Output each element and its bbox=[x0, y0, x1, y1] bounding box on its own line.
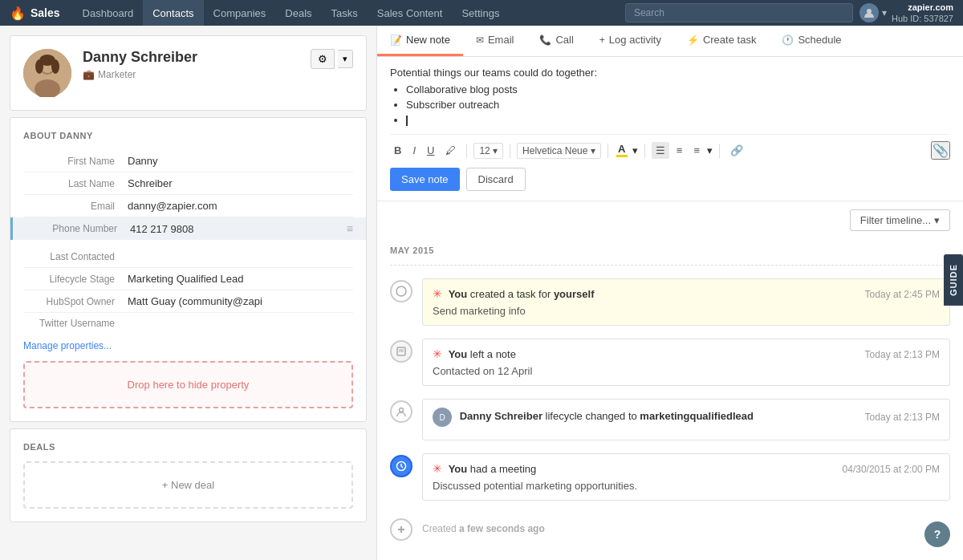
lifecycle-actor: D Danny Schreiber lifecycle changed to m… bbox=[433, 408, 754, 427]
font-family-control[interactable]: Helvetica Neue ▾ bbox=[517, 143, 601, 159]
attachment-button[interactable]: 📎 bbox=[931, 141, 950, 160]
note-content: ✳ You left a note Today at 2:13 PM Conta… bbox=[422, 339, 950, 386]
prop-value-firstname: Danny bbox=[128, 155, 353, 167]
nav-item-dashboard[interactable]: Dashboard bbox=[73, 0, 144, 26]
svg-point-7 bbox=[51, 59, 59, 74]
deals-title: DEALS bbox=[23, 442, 353, 452]
meeting-body: Discussed potential marketing opportunit… bbox=[433, 480, 940, 492]
prop-row-lifecycle: Lifecycle Stage Marketing Qualified Lead bbox=[23, 268, 353, 290]
note-content-area[interactable]: Potential things our teams could do toge… bbox=[390, 67, 950, 126]
prop-value-phone: 412 217 9808 bbox=[130, 223, 347, 235]
tab-call[interactable]: 📞 Call bbox=[526, 26, 586, 56]
highlight-button[interactable]: 🖊 bbox=[441, 142, 460, 159]
prop-label-lastcontacted: Last Contacted bbox=[23, 251, 128, 262]
color-letter: A bbox=[618, 144, 625, 154]
timeline-month-label: MAY 2015 bbox=[390, 239, 950, 266]
task-star-icon: ✳ bbox=[433, 287, 442, 300]
note-timeline-icon bbox=[390, 340, 412, 363]
nav-item-sales-content[interactable]: Sales Content bbox=[368, 0, 453, 26]
log-activity-icon: + bbox=[599, 34, 605, 46]
phone-menu-icon[interactable]: ≡ bbox=[347, 222, 353, 235]
meeting-card: ✳ You had a meeting 04/30/2015 at 2:00 P… bbox=[422, 453, 950, 501]
meeting-icon bbox=[390, 455, 412, 477]
bullet-3 bbox=[406, 114, 950, 126]
dropdown-button[interactable]: ▾ bbox=[338, 50, 353, 68]
contact-actions: ⚙ ▾ bbox=[311, 49, 353, 69]
nav-item-companies[interactable]: Companies bbox=[204, 0, 276, 26]
font-size-control[interactable]: 12 ▾ bbox=[473, 143, 503, 159]
contact-info: Danny Schreiber 💼 Marketer bbox=[83, 49, 311, 80]
tab-schedule[interactable]: 🕐 Schedule bbox=[769, 26, 854, 56]
color-bar bbox=[616, 155, 628, 157]
list-unordered-button[interactable]: ☰ bbox=[652, 142, 669, 159]
separator-2 bbox=[510, 144, 510, 158]
gear-button[interactable]: ⚙ bbox=[311, 49, 335, 69]
align-button[interactable]: ≡ bbox=[689, 142, 704, 159]
help-button[interactable]: ? bbox=[924, 521, 950, 547]
svg-point-12 bbox=[400, 408, 404, 412]
prop-label-lastname: Last Name bbox=[23, 178, 128, 189]
list-ordered-button[interactable]: ≡ bbox=[672, 142, 687, 159]
prop-value-lastname: Schreiber bbox=[128, 177, 353, 189]
user-company: zapier.com bbox=[892, 2, 953, 13]
editor-toolbar: B I U 🖊 12 ▾ Helvetica Neue ▾ A ▾ ☰ ≡ ≡ … bbox=[390, 134, 950, 160]
contact-mini-avatar: D bbox=[433, 408, 452, 427]
note-star-icon: ✳ bbox=[433, 347, 442, 360]
nav-search-container bbox=[625, 3, 853, 22]
create-task-icon: ⚡ bbox=[687, 34, 699, 46]
tab-create-task[interactable]: ⚡ Create task bbox=[674, 26, 769, 56]
nav-item-settings[interactable]: Settings bbox=[452, 0, 509, 26]
prop-label-lifecycle: Lifecycle Stage bbox=[23, 274, 128, 285]
task-icon bbox=[390, 280, 412, 302]
task-header: ✳ You created a task for yourself Today … bbox=[433, 287, 940, 300]
tab-email[interactable]: ✉ Email bbox=[463, 26, 527, 56]
color-button[interactable]: A bbox=[615, 142, 629, 159]
manage-properties-link[interactable]: Manage properties... bbox=[23, 334, 353, 355]
meeting-header: ✳ You had a meeting 04/30/2015 at 2:00 P… bbox=[433, 462, 940, 475]
tab-log-activity[interactable]: + Log activity bbox=[587, 26, 674, 56]
prop-row-owner: HubSpot Owner Matt Guay (community@zapi bbox=[23, 290, 353, 313]
note-intro: Potential things our teams could do toge… bbox=[390, 67, 950, 79]
nav-items: Dashboard Contacts Companies Deals Tasks… bbox=[73, 0, 625, 26]
lifecycle-time: Today at 2:13 PM bbox=[865, 412, 940, 423]
italic-button[interactable]: I bbox=[408, 142, 420, 159]
note-body: Contacted on 12 April bbox=[433, 365, 940, 377]
prop-row-email: Email danny@zapier.com bbox=[23, 195, 353, 217]
prop-label-owner: HubSpot Owner bbox=[23, 296, 128, 307]
filter-timeline-button[interactable]: Filter timeline... ▾ bbox=[850, 209, 950, 231]
contact-role: 💼 Marketer bbox=[83, 69, 311, 80]
lifecycle-card: D Danny Schreiber lifecycle changed to m… bbox=[422, 399, 950, 440]
meeting-actor: ✳ You had a meeting bbox=[433, 462, 536, 475]
user-avatar-icon bbox=[859, 3, 879, 22]
prop-value-lifecycle: Marketing Qualified Lead bbox=[128, 273, 353, 285]
top-nav: 🔥 Sales Dashboard Contacts Companies Dea… bbox=[0, 0, 963, 26]
task-body: Send marketing info bbox=[433, 305, 940, 317]
separator-4 bbox=[644, 144, 645, 158]
tab-new-note[interactable]: 📝 New note bbox=[377, 26, 463, 56]
svg-point-8 bbox=[396, 286, 406, 296]
guide-tab[interactable]: GUIDE bbox=[944, 254, 963, 306]
search-input[interactable] bbox=[625, 3, 853, 22]
task-card: ✳ You created a task for yourself Today … bbox=[422, 278, 950, 326]
right-panel: 📝 New note ✉ Email 📞 Call + Log activity… bbox=[377, 26, 963, 560]
nav-item-contacts[interactable]: Contacts bbox=[143, 0, 203, 26]
discard-button[interactable]: Discard bbox=[466, 168, 526, 191]
nav-item-tasks[interactable]: Tasks bbox=[322, 0, 368, 26]
link-button[interactable]: 🔗 bbox=[726, 142, 747, 159]
prop-row-twitter: Twitter Username bbox=[23, 313, 353, 334]
timeline-area: Filter timeline... ▾ MAY 2015 ✳ You crea… bbox=[377, 201, 963, 560]
nav-item-deals[interactable]: Deals bbox=[275, 0, 321, 26]
prop-value-owner: Matt Guay (community@zapi bbox=[128, 295, 353, 307]
activity-tabs: 📝 New note ✉ Email 📞 Call + Log activity… bbox=[377, 26, 963, 57]
save-note-button[interactable]: Save note bbox=[390, 168, 460, 191]
underline-button[interactable]: U bbox=[423, 142, 438, 159]
suitcase-icon: 💼 bbox=[83, 69, 95, 80]
prop-value-email: danny@zapier.com bbox=[128, 200, 353, 212]
timeline-header: Filter timeline... ▾ bbox=[390, 201, 950, 239]
note-card: ✳ You left a note Today at 2:13 PM Conta… bbox=[422, 339, 950, 386]
bold-button[interactable]: B bbox=[390, 142, 405, 159]
prop-row-firstname: First Name Danny bbox=[23, 150, 353, 172]
task-time: Today at 2:45 PM bbox=[865, 289, 940, 300]
new-deal-button[interactable]: + New deal bbox=[23, 461, 353, 509]
task-actor: ✳ You created a task for yourself bbox=[433, 287, 594, 300]
